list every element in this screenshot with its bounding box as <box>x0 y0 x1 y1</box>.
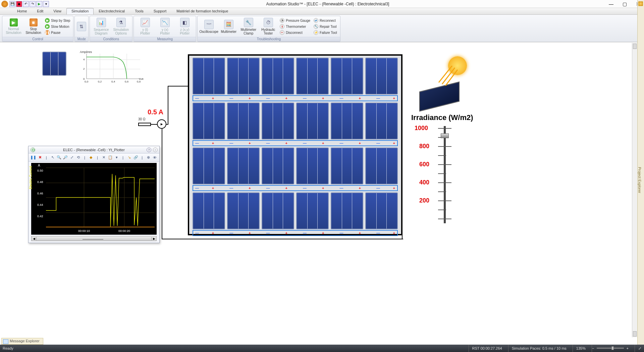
app-icon[interactable] <box>1 1 8 7</box>
oscilloscope-icon: 〰 <box>204 20 214 29</box>
tab-tools[interactable]: Tools <box>130 8 149 14</box>
group-label-measuring: Measuring <box>134 37 196 42</box>
repair-icon: 🔧 <box>314 24 318 29</box>
maximize-button[interactable]: ▢ <box>620 1 629 7</box>
slow-motion-button[interactable]: ▶Slow Motion <box>44 24 71 30</box>
group-label-mode: Mode <box>75 37 88 42</box>
mode-icon[interactable]: ⇅ <box>77 22 86 31</box>
canvas[interactable]: Ampères 4 2 0 0,0 0,2 0,4 0,6 0,8 Volts … <box>0 43 644 345</box>
step-by-step-button[interactable]: ▶Step by Step <box>44 18 71 23</box>
plotter-pause-icon[interactable]: ❚❚ <box>31 155 36 160</box>
qat-save-icon[interactable]: 💾 <box>9 1 15 7</box>
stop-simulation-button[interactable]: ■ Stop Simulation <box>24 17 43 36</box>
plotter-expand-icon[interactable]: › <box>153 148 158 152</box>
tab-home[interactable]: Home <box>12 8 32 14</box>
pressure-gauge-button[interactable]: ◔Pressure Gauge <box>279 18 311 23</box>
ribbon-tabs: Home Edit View Simulation Electrotechnic… <box>0 8 644 15</box>
multimeter-button[interactable]: 🧮Multimeter <box>219 17 238 36</box>
plotter-zoomreset-icon[interactable]: ⟲ <box>76 155 80 160</box>
plotter-title-bar[interactable]: ⏻ ELEC - (Renewable -Cell) : Yt_Plotter … <box>29 146 159 154</box>
single-cell-symbol[interactable] <box>42 52 66 76</box>
ammeter[interactable] <box>157 119 166 129</box>
wire <box>168 86 168 125</box>
svg-text:0,0: 0,0 <box>85 80 89 83</box>
ribbon: ▶ Normal Simulation ■ Stop Simulation ▶S… <box>0 15 644 42</box>
plotter-target-icon[interactable]: ⊕ <box>146 155 151 160</box>
zxy-plotter-button[interactable]: ◧z (x,y) Plotter <box>175 17 194 36</box>
group-mode: ⇅ Mode <box>74 16 89 42</box>
qat-run-icon[interactable]: ▶ <box>36 1 42 7</box>
group-control: ▶ Normal Simulation ■ Stop Simulation ▶S… <box>2 16 73 42</box>
hydraulic-tester-button[interactable]: ⏱Hydraulic Tester <box>259 17 277 36</box>
plotter-scrollbar[interactable]: ◀▶ <box>31 236 157 241</box>
disconnect-button[interactable]: ✂Disconnect <box>279 30 311 36</box>
sequence-icon: 📊 <box>97 18 106 27</box>
yx-plotter-button[interactable]: 📉y (x) Plotter <box>156 17 174 36</box>
thermometer-icon: 🌡 <box>280 24 284 29</box>
plotter-link-icon[interactable]: 🔗 <box>133 155 138 160</box>
tab-training[interactable]: Matériel de formation technique <box>171 8 233 14</box>
hydraulic-icon: ⏱ <box>264 18 273 27</box>
sequence-diagram-button[interactable]: 📊Sequence Diagram <box>92 17 110 36</box>
plotter-markers-icon[interactable]: ◆ <box>89 155 93 160</box>
svg-text:Volts: Volts <box>139 77 144 80</box>
resistor[interactable] <box>138 123 151 126</box>
tab-simulation[interactable]: Simulation <box>66 8 94 14</box>
tab-view[interactable]: View <box>48 8 66 14</box>
wire <box>402 231 402 239</box>
yt-plotter-window[interactable]: ⏻ ELEC - (Renewable -Cell) : Yt_Plotter … <box>28 146 160 243</box>
plotter-title: ELEC - (Renewable -Cell) : Yt_Plotter <box>63 148 125 152</box>
oscilloscope-button[interactable]: 〰Oscilloscope <box>200 17 218 36</box>
group-label-conditions: Conditions <box>90 37 132 42</box>
wire <box>168 86 188 86</box>
qat-undo-icon[interactable]: ↶ <box>23 1 29 7</box>
plotter-cursor-icon[interactable]: ↖ <box>50 155 55 160</box>
multimeter-clamp-button[interactable]: 🔧Multimeter Clamp <box>239 17 258 36</box>
plotter-power-icon[interactable]: ⏻ <box>31 148 35 152</box>
plotter-zoomin-icon[interactable]: 🔍 <box>57 155 61 160</box>
plotter-eye-icon[interactable]: 👁 <box>153 155 157 160</box>
plotter-fit-icon[interactable]: ⤢ <box>69 155 74 160</box>
title-bar: 💾 ◆ ↶ ↷ ▶ ▾ Automation Studio™ - [ELEC -… <box>0 0 644 8</box>
group-label-troubleshooting: Troubleshooting <box>198 37 340 42</box>
irradiance-slider[interactable]: 1000 800 600 400 200 <box>415 126 475 223</box>
plotter-delete-icon[interactable]: ✕ <box>101 155 106 160</box>
status-fit-icon[interactable]: ⤢ <box>635 345 641 352</box>
normal-simulation-button[interactable]: ▶ Normal Simulation <box>4 17 23 36</box>
tab-support[interactable]: Support <box>149 8 172 14</box>
minimize-button[interactable]: — <box>606 1 616 7</box>
repair-tool-button[interactable]: 🔧Repair Tool <box>313 24 338 30</box>
gauge-icon: ◔ <box>280 18 284 23</box>
svg-text:4: 4 <box>83 58 85 61</box>
failure-tool-button[interactable]: ⚡Failure Tool <box>313 30 338 36</box>
options-icon: ⚗ <box>116 18 126 27</box>
clamp-icon: 🔧 <box>244 18 253 27</box>
message-explorer-tab[interactable]: Message Explorer <box>1 338 43 345</box>
qat-more-icon[interactable]: ▾ <box>43 1 49 7</box>
plotter-zoomout-icon[interactable]: 🔎 <box>63 155 68 160</box>
project-explorer-rail[interactable]: Project Explorer <box>637 0 644 352</box>
thermometer-button[interactable]: 🌡Thermometer <box>279 24 311 30</box>
qat-redo-icon[interactable]: ↷ <box>30 1 36 7</box>
yt-plotter-button[interactable]: 📈y (t) Plotter <box>136 17 154 36</box>
simulation-options-button[interactable]: ⚗Simulation Options <box>112 17 130 36</box>
yx-icon: 📉 <box>160 18 170 27</box>
tab-electrotechnical[interactable]: Electrotechnical <box>94 8 130 14</box>
tab-edit[interactable]: Edit <box>32 8 48 14</box>
qat-color-icon[interactable]: ◆ <box>16 1 22 7</box>
pause-button[interactable]: ❚❚Pause <box>44 30 71 36</box>
reconnect-button[interactable]: ⇄Reconnect <box>313 18 338 23</box>
status-zoom[interactable]: 135% <box>573 345 586 352</box>
irradiance-illustration <box>419 56 470 107</box>
plotter-snap-icon[interactable]: ↘ <box>127 155 132 160</box>
vertical-scrollbar[interactable] <box>632 43 637 337</box>
plotter-help-icon[interactable]: ? <box>147 148 151 152</box>
pv-module[interactable]: —+—+—+—+—+—+ —+—+—+—+—+—+ —+—+—+—+—+—+ —… <box>188 54 402 235</box>
irradiance-title: Irradiance (W/m2) <box>411 113 473 122</box>
irradiance-thumb[interactable] <box>441 133 449 138</box>
svg-text:0,8: 0,8 <box>137 80 141 83</box>
plotter-dropdown-icon[interactable]: ▾ <box>114 155 119 160</box>
plotter-copy-icon[interactable]: 📋 <box>108 155 113 160</box>
plotter-clear-icon[interactable]: ✖ <box>38 155 42 160</box>
status-zoom-slider[interactable]: − + <box>592 345 629 352</box>
